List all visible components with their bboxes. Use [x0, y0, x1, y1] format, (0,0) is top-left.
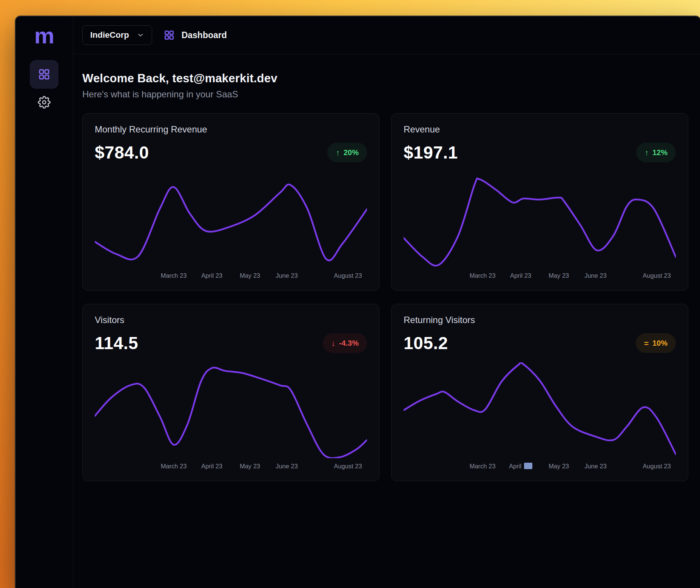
metric-card-revenue: Revenue $197.1 ↑ 12% March 23April 23May…	[391, 113, 688, 291]
metric-value: 114.5	[95, 333, 138, 353]
x-axis-label: August 23	[643, 272, 671, 279]
grid-icon	[38, 68, 51, 81]
page-title: Dashboard	[182, 30, 227, 40]
metric-cards-grid: Monthly Recurring Revenue $784.0 ↑ 20% M…	[82, 113, 688, 481]
gear-icon	[38, 96, 51, 109]
metric-value: $784.0	[95, 142, 149, 163]
x-axis-label: April 23	[201, 272, 222, 279]
card-title: Visitors	[95, 315, 367, 325]
chart-x-axis-labels: March 23April 23May 23June 23August 23	[404, 271, 676, 281]
card-title: Monthly Recurring Revenue	[95, 124, 367, 135]
trend-badge: = 10%	[636, 333, 676, 353]
app-window: m IndieCorp	[15, 16, 700, 588]
x-axis-label: August 23	[643, 463, 671, 470]
trend-value: 20%	[344, 148, 359, 157]
line-chart	[404, 362, 676, 458]
x-axis-label: May 23	[240, 272, 260, 279]
brand-logo: m	[34, 25, 54, 47]
x-axis-label: May 23	[240, 463, 260, 470]
x-axis-label: June 23	[276, 272, 298, 279]
chart-x-axis-labels: March 23AprilMay 23June 23August 23	[404, 462, 676, 472]
main-area: IndieCorp Dashboard Welcome Back	[73, 16, 700, 588]
selection-highlight-block	[524, 463, 532, 469]
line-chart	[95, 172, 367, 268]
x-axis-label: June 23	[584, 272, 607, 279]
x-axis-label: March 23	[161, 272, 187, 279]
arrow-down-icon: ↓	[331, 339, 335, 347]
sidebar-item-settings[interactable]	[30, 91, 59, 114]
line-chart	[404, 172, 676, 268]
x-axis-label: May 23	[549, 272, 569, 279]
line-chart	[95, 362, 367, 458]
trend-value: 12%	[652, 148, 668, 157]
x-axis-label: March 23	[161, 463, 187, 470]
metric-value: $197.1	[404, 142, 458, 163]
chart-x-axis-labels: March 23April 23May 23June 23August 23	[95, 462, 367, 472]
trend-badge: ↑ 20%	[327, 143, 367, 162]
metric-card-mrr: Monthly Recurring Revenue $784.0 ↑ 20% M…	[82, 113, 379, 291]
grid-icon	[163, 29, 175, 41]
x-axis-label: June 23	[276, 463, 298, 470]
top-bar: IndieCorp Dashboard	[73, 16, 700, 54]
welcome-subheading: Here's what is happening in your SaaS	[82, 89, 688, 100]
x-axis-label: August 23	[334, 463, 362, 470]
equals-icon: =	[644, 339, 649, 347]
workspace-selector-button[interactable]: IndieCorp	[82, 25, 152, 45]
welcome-heading: Welcome Back, test@makerkit.dev	[82, 72, 688, 85]
breadcrumb: Dashboard	[163, 29, 227, 41]
arrow-up-icon: ↑	[336, 149, 340, 157]
x-axis-label: August 23	[334, 272, 362, 279]
x-axis-label: March 23	[470, 463, 496, 470]
x-axis-label: March 23	[470, 272, 496, 279]
trend-value: 10%	[652, 339, 668, 348]
chevron-down-icon	[137, 31, 144, 39]
sidebar: m	[15, 16, 73, 588]
workspace-name: IndieCorp	[90, 30, 129, 40]
x-axis-label: April 23	[201, 463, 222, 470]
x-axis-label: April 23	[510, 272, 531, 279]
x-axis-label: June 23	[584, 463, 607, 470]
sidebar-item-dashboard[interactable]	[30, 60, 59, 89]
card-title: Revenue	[404, 124, 676, 135]
arrow-up-icon: ↑	[644, 149, 649, 157]
trend-badge: ↑ 12%	[636, 143, 676, 162]
x-axis-label: April	[509, 463, 532, 470]
metric-card-returning-visitors: Returning Visitors 105.2 = 10% March 23A…	[391, 304, 688, 481]
metric-value: 105.2	[404, 333, 448, 353]
dashboard-content: Welcome Back, test@makerkit.dev Here's w…	[73, 54, 700, 588]
desktop-wallpaper: { "brand": { "logo_letter": "m" }, "side…	[0, 0, 700, 588]
metric-card-visitors: Visitors 114.5 ↓ -4.3% March 23April 23M…	[82, 304, 379, 481]
card-title: Returning Visitors	[404, 315, 676, 325]
chart-x-axis-labels: March 23April 23May 23June 23August 23	[95, 271, 367, 281]
x-axis-label: May 23	[549, 463, 569, 470]
trend-value: -4.3%	[339, 339, 359, 348]
trend-badge: ↓ -4.3%	[323, 333, 367, 353]
